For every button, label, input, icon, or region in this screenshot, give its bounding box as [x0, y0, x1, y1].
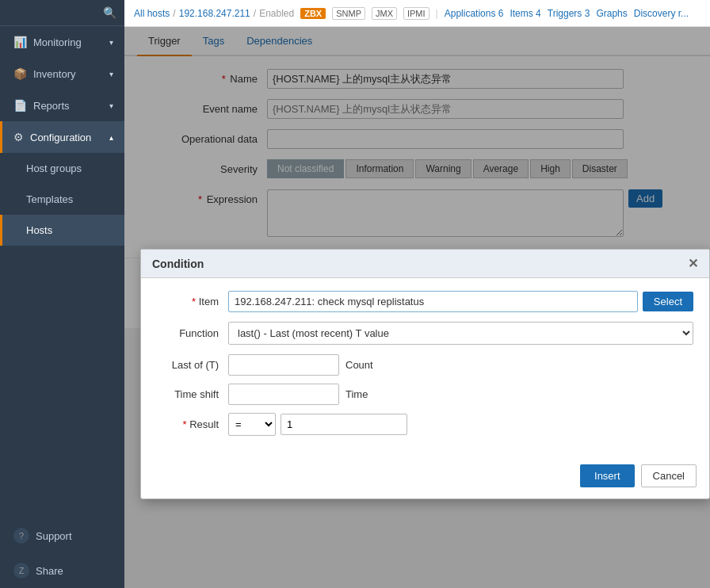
- sidebar-item-label: Host groups: [26, 162, 82, 174]
- chevron-up-icon: ▴: [109, 133, 113, 142]
- function-select[interactable]: last() - Last (most recent) T value: [228, 322, 693, 345]
- sidebar-item-label: Share: [36, 565, 63, 577]
- sidebar-item-configuration[interactable]: ⚙ Configuration ▴: [0, 121, 124, 153]
- close-icon[interactable]: ✕: [688, 256, 698, 271]
- content-area: Trigger Tags Dependencies * Name Event n…: [124, 27, 710, 588]
- items-tab[interactable]: Items 4: [510, 8, 540, 19]
- insert-button[interactable]: Insert: [580, 464, 635, 487]
- select-button[interactable]: Select: [643, 292, 693, 311]
- sidebar: 🔍 📊 Monitoring ▾ 📦 Inventory ▾ 📄 Reports…: [0, 0, 124, 588]
- breadcrumb-sep: /: [173, 8, 175, 19]
- all-hosts-link[interactable]: All hosts: [134, 8, 170, 19]
- chevron-down-icon: ▾: [109, 38, 113, 47]
- count-label: Count: [345, 359, 373, 371]
- function-label: Function: [157, 327, 228, 339]
- modal-overlay: Condition ✕ * Item Select: [124, 27, 710, 588]
- sidebar-item-templates[interactable]: Templates: [0, 184, 124, 215]
- required-mark: *: [182, 418, 186, 430]
- snmp-badge: SNMP: [332, 7, 365, 20]
- inventory-icon: 📦: [13, 67, 27, 80]
- sidebar-item-label: Monitoring: [33, 36, 82, 48]
- nav-sep: |: [436, 8, 438, 19]
- sidebar-search: 🔍: [0, 0, 124, 26]
- jmx-badge: JMX: [372, 7, 397, 20]
- triggers-tab[interactable]: Triggers 3: [548, 8, 590, 19]
- main-content: All hosts / 192.168.247.211 / Enabled ZB…: [124, 0, 710, 588]
- chevron-down-icon: ▾: [109, 70, 113, 78]
- item-input[interactable]: [228, 291, 638, 312]
- sidebar-item-monitoring[interactable]: 📊 Monitoring ▾: [0, 26, 124, 58]
- result-value-input[interactable]: [281, 414, 407, 435]
- sidebar-item-label: Hosts: [26, 224, 52, 236]
- function-row: Function last() - Last (most recent) T v…: [157, 322, 693, 345]
- sidebar-item-inventory[interactable]: 📦 Inventory ▾: [0, 58, 124, 90]
- sidebar-item-label: Configuration: [30, 132, 91, 143]
- reports-icon: 📄: [13, 99, 27, 112]
- item-label: * Item: [157, 296, 228, 307]
- configuration-icon: ⚙: [13, 131, 24, 143]
- result-row: * Result =: [157, 413, 693, 436]
- sidebar-item-label: Support: [36, 530, 72, 542]
- last-of-t-row: Last of (T) Count: [157, 354, 693, 376]
- breadcrumb-sep: /: [254, 8, 256, 19]
- sidebar-item-label: Inventory: [33, 68, 75, 80]
- time-shift-label: Time shift: [157, 388, 228, 400]
- time-shift-input[interactable]: [228, 384, 339, 405]
- zbx-badge: ZBX: [300, 8, 326, 19]
- last-of-input[interactable]: [228, 354, 339, 376]
- host-ip-link[interactable]: 192.168.247.211: [179, 8, 250, 19]
- support-icon: ?: [13, 528, 29, 544]
- modal-footer: Insert Cancel: [141, 456, 709, 498]
- item-row: * Item Select: [157, 291, 693, 312]
- result-label: * Result: [157, 418, 228, 430]
- cancel-button[interactable]: Cancel: [641, 464, 697, 487]
- discovery-tab[interactable]: Discovery r...: [634, 8, 689, 19]
- sidebar-item-share[interactable]: Z Share: [0, 553, 124, 588]
- modal-title: Condition: [152, 258, 204, 270]
- breadcrumb: All hosts / 192.168.247.211 / Enabled: [134, 8, 294, 19]
- search-icon[interactable]: 🔍: [103, 6, 116, 19]
- sidebar-item-label: Reports: [33, 100, 70, 112]
- chevron-down-icon: ▾: [109, 101, 113, 110]
- sidebar-bottom: ? Support Z Share: [0, 518, 124, 588]
- ipmi-badge: IPMI: [403, 7, 429, 20]
- graphs-tab[interactable]: Graphs: [596, 8, 627, 19]
- time-label: Time: [345, 388, 368, 400]
- modal-body: * Item Select Function last() - Last (mo…: [141, 278, 709, 456]
- sidebar-item-hosts[interactable]: Hosts: [0, 215, 124, 246]
- sidebar-item-host-groups[interactable]: Host groups: [0, 153, 124, 184]
- share-icon: Z: [13, 563, 29, 578]
- monitoring-icon: 📊: [13, 36, 27, 48]
- topnav: All hosts / 192.168.247.211 / Enabled ZB…: [124, 0, 710, 27]
- required-mark: *: [192, 296, 196, 307]
- time-shift-row: Time shift Time: [157, 384, 693, 405]
- condition-modal: Condition ✕ * Item Select: [140, 249, 710, 499]
- modal-header: Condition ✕: [141, 250, 709, 278]
- sidebar-item-label: Templates: [26, 193, 73, 205]
- enabled-status: Enabled: [259, 8, 294, 19]
- applications-tab[interactable]: Applications 6: [445, 8, 504, 19]
- sidebar-item-support[interactable]: ? Support: [0, 518, 124, 553]
- sidebar-item-reports[interactable]: 📄 Reports ▾: [0, 90, 124, 121]
- result-operator-select[interactable]: =: [228, 413, 276, 436]
- last-of-label: Last of (T): [157, 359, 228, 371]
